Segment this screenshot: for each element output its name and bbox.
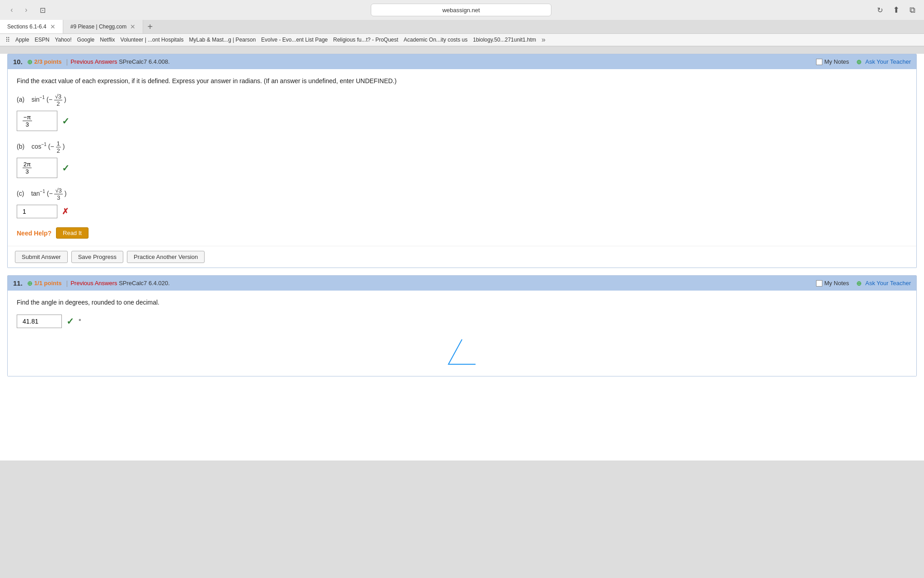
browser-chrome: ‹ › ⊡ ↻ ⬆ ⧉ Sections 6.1-6.4 ✕ #9 Please… [0, 0, 924, 47]
question-10-part-b: (b) cos−1 (− 1 2 ) 2π 3 [17, 140, 907, 178]
question-11-unit: ° [79, 318, 81, 325]
bookmarks-bar: ⠿ Apple ESPN Yahoo! Google Netflix Volun… [0, 34, 924, 46]
part-a-expr: (− √3 2 ) [47, 96, 66, 103]
forward-button[interactable]: › [20, 4, 33, 16]
bookmark-volunteer[interactable]: Volunteer | ...ont Hospitals [121, 37, 184, 43]
read-it-button[interactable]: Read It [56, 227, 89, 239]
submit-answer-button[interactable]: Submit Answer [15, 251, 68, 263]
ask-teacher-10-button[interactable]: ⊕ Ask Your Teacher [856, 58, 911, 66]
bookmarks-overflow[interactable]: » [541, 36, 546, 44]
tab-close-icon-2[interactable]: ✕ [130, 23, 135, 30]
page-content: 10. ⊕ 2/3 points | Previous Answers SPre… [0, 54, 924, 461]
new-tab-icon[interactable]: + [143, 20, 157, 33]
points-icon-11: ⊕ [27, 280, 33, 287]
my-notes-10[interactable]: My Notes [816, 58, 849, 65]
question-10-number: 10. [13, 58, 23, 66]
bookmark-yahoo[interactable]: Yahoo! [55, 37, 71, 43]
question-11-body: Find the angle in degrees, rounded to on… [8, 291, 916, 376]
question-11-header: 11. ⊕ 1/1 points | Previous Answers SPre… [8, 276, 916, 291]
apps-icon[interactable]: ⠿ [5, 36, 10, 43]
question-11-number: 11. [13, 279, 23, 287]
bookmark-evolve[interactable]: Evolve - Evo...ent List Page [261, 37, 327, 43]
need-help-label: Need Help? [17, 230, 51, 237]
address-bar [52, 4, 870, 16]
part-c-answer-box[interactable]: 1 [17, 205, 57, 218]
share-button[interactable]: ⬆ [890, 4, 902, 16]
part-c-answer-row: 1 ✗ [17, 205, 907, 218]
question-11-answer-row: ✓ ° [17, 315, 907, 328]
part-b-label: (b) cos−1 [17, 143, 47, 150]
my-notes-label-11: My Notes [824, 280, 849, 287]
need-help-section: Need Help? Read It [17, 227, 907, 239]
assignment-code-11: SPreCalc7 6.4.020. [117, 280, 170, 287]
part-c-expr: (− √3 3 ) [47, 190, 67, 197]
bookmark-religious[interactable]: Religious fu...t? - ProQuest [333, 37, 398, 43]
assignment-code-10: SPreCalc7 6.4.008. [117, 58, 170, 65]
prev-answers-11-link[interactable]: Previous Answers [70, 280, 117, 287]
ask-teacher-icon-10: ⊕ [856, 58, 862, 66]
question-11-points: 1/1 points [34, 280, 62, 287]
my-notes-11[interactable]: My Notes [816, 280, 849, 287]
question-10-text: Find the exact value of each expression,… [17, 76, 907, 86]
tab-chegg[interactable]: #9 Please | Chegg.com ✕ [63, 20, 144, 33]
question-10-part-c: (c) tan−1 (− √3 3 ) 1 ✗ [17, 187, 907, 218]
ask-teacher-label-10: Ask Your Teacher [865, 58, 911, 65]
ask-teacher-11-button[interactable]: ⊕ Ask Your Teacher [856, 280, 911, 287]
part-a-label: (a) sin−1 [17, 96, 45, 103]
part-a-answer-box[interactable]: −π 3 [17, 111, 57, 131]
question-10-actions: Submit Answer Save Progress Practice Ano… [8, 246, 916, 268]
url-input[interactable] [371, 4, 551, 16]
bookmark-espn[interactable]: ESPN [35, 37, 50, 43]
question-11-correct-icon: ✓ [66, 316, 74, 327]
bookmark-google[interactable]: Google [77, 37, 95, 43]
ask-teacher-icon-11: ⊕ [856, 280, 862, 287]
ask-teacher-label-11: Ask Your Teacher [865, 280, 911, 287]
my-notes-checkbox-10[interactable] [816, 59, 822, 65]
part-a-answer-row: −π 3 ✓ [17, 111, 907, 131]
prev-answers-10-link[interactable]: Previous Answers [70, 58, 117, 65]
question-10-part-a: (a) sin−1 (− √3 2 ) −π 3 [17, 93, 907, 131]
points-icon-10: ⊕ [27, 58, 33, 66]
part-c-label: (c) tan−1 [17, 190, 45, 197]
new-tab-button[interactable]: ⧉ [906, 4, 919, 16]
browser-toolbar: ‹ › ⊡ ↻ ⬆ ⧉ [0, 0, 924, 20]
browser-actions: ⬆ ⧉ [890, 4, 919, 16]
part-a-correct-icon: ✓ [62, 116, 70, 127]
bookmark-mylab[interactable]: MyLab & Mast...g | Pearson [189, 37, 256, 43]
bookmark-academic[interactable]: Academic On...ity costs us [404, 37, 467, 43]
question-10-body: Find the exact value of each expression,… [8, 69, 916, 246]
part-b-expr: (− 1 2 ) [48, 143, 65, 150]
bookmark-biology[interactable]: 1biology.50...271unit1.htm [473, 37, 536, 43]
my-notes-label-10: My Notes [824, 58, 849, 65]
nav-buttons: ‹ › [5, 4, 33, 16]
part-b-answer-row: 2π 3 ✓ [17, 158, 907, 178]
back-button[interactable]: ‹ [5, 4, 18, 16]
triangle-diagram [17, 337, 907, 369]
practice-another-button[interactable]: Practice Another Version [127, 251, 205, 263]
triangle-svg [444, 337, 480, 369]
part-b-answer-box[interactable]: 2π 3 [17, 158, 57, 178]
question-10-block: 10. ⊕ 2/3 points | Previous Answers SPre… [7, 54, 917, 268]
question-11-block: 11. ⊕ 1/1 points | Previous Answers SPre… [7, 275, 917, 376]
question-11-answer-input[interactable] [17, 315, 62, 328]
bookmark-apple[interactable]: Apple [15, 37, 29, 43]
tabs-bar: Sections 6.1-6.4 ✕ #9 Please | Chegg.com… [0, 20, 924, 34]
tab-close-icon[interactable]: ✕ [50, 23, 56, 30]
question-10-points: 2/3 points [34, 58, 62, 65]
question-10-header: 10. ⊕ 2/3 points | Previous Answers SPre… [8, 54, 916, 69]
part-b-correct-icon: ✓ [62, 163, 70, 174]
tab-sections[interactable]: Sections 6.1-6.4 ✕ [0, 20, 63, 33]
sidebar-button[interactable]: ⊡ [36, 4, 49, 16]
my-notes-checkbox-11[interactable] [816, 280, 822, 287]
save-progress-button[interactable]: Save Progress [71, 251, 123, 263]
bookmark-netflix[interactable]: Netflix [100, 37, 115, 43]
part-c-incorrect-icon: ✗ [62, 207, 69, 216]
refresh-button[interactable]: ↻ [873, 4, 886, 16]
question-11-text: Find the angle in degrees, rounded to on… [17, 298, 907, 307]
